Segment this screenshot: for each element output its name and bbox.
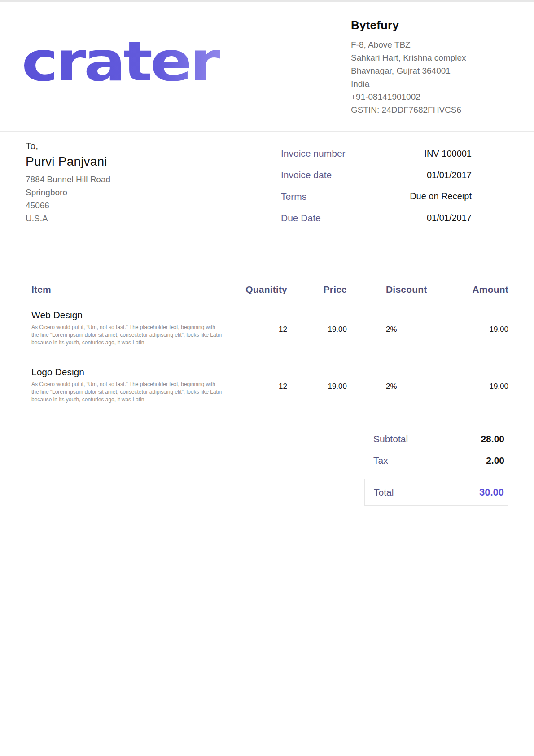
item-price: 19.00 xyxy=(287,325,347,334)
total-label: Total xyxy=(374,487,394,498)
item-price-cell: 19.00 xyxy=(287,295,347,347)
totals-section: Subtotal 28.00 Tax 2.00 Total 30.00 xyxy=(364,434,508,506)
item-quantity: 12 xyxy=(223,325,287,334)
item-title: Web Design xyxy=(31,310,223,321)
items-table: Item Quanitity Price Discount Amount Web… xyxy=(26,284,508,404)
item-amount-cell: 19.00 xyxy=(434,347,508,404)
items-table-header-row: Item Quanitity Price Discount Amount xyxy=(26,284,508,295)
item-description: As Cicero would put it, “Um, not so fast… xyxy=(31,381,223,404)
item-row: Logo Design As Cicero would put it, “Um,… xyxy=(26,347,508,404)
tax-row: Tax 2.00 xyxy=(364,455,508,466)
item-discount-cell: 2% xyxy=(347,295,434,347)
company-name: Bytefury xyxy=(351,18,508,32)
recipient-address-line: Springboro xyxy=(26,186,110,199)
subtotal-row: Subtotal 28.00 xyxy=(364,434,508,444)
item-quantity-cell: 12 xyxy=(223,295,287,347)
subtotal-value: 28.00 xyxy=(481,434,504,444)
company-address-line: India xyxy=(351,77,508,90)
billing-section: To, Purvi Panjvani 7884 Bunnel Hill Road… xyxy=(26,141,508,225)
item-cell: Web Design As Cicero would put it, “Um, … xyxy=(26,295,223,347)
column-header-item: Item xyxy=(26,284,223,295)
column-header-quantity: Quanitity xyxy=(223,284,287,295)
item-cell: Logo Design As Cicero would put it, “Um,… xyxy=(26,347,223,404)
item-title: Logo Design xyxy=(31,367,223,378)
item-discount: 2% xyxy=(386,325,434,334)
item-amount-cell: 19.00 xyxy=(434,295,508,347)
item-discount-cell: 2% xyxy=(347,347,434,404)
due-date-label: Due Date xyxy=(281,213,346,224)
recipient-address-line: 45066 xyxy=(26,199,110,212)
invoice-page: crater Bytefury F-8, Above TBZ Sahkari H… xyxy=(0,0,534,756)
bill-to-block: To, Purvi Panjvani 7884 Bunnel Hill Road… xyxy=(26,141,110,225)
item-quantity: 12 xyxy=(223,382,287,391)
item-discount: 2% xyxy=(386,382,434,391)
recipient-name: Purvi Panjvani xyxy=(26,154,110,169)
due-date-value: 01/01/2017 xyxy=(346,213,472,223)
terms-value: Due on Receipt xyxy=(346,191,472,202)
total-box: Total 30.00 xyxy=(364,479,508,506)
crater-logo: crater xyxy=(22,16,218,131)
company-address-line: Sahkari Hart, Krishna complex xyxy=(351,51,508,64)
item-amount: 19.00 xyxy=(434,382,508,391)
column-header-discount: Discount xyxy=(347,284,434,295)
crater-logo-image: crater xyxy=(22,35,218,88)
invoice-number-value: INV-100001 xyxy=(346,149,472,159)
terms-label: Terms xyxy=(281,191,346,202)
item-description: As Cicero would put it, “Um, not so fast… xyxy=(31,324,223,347)
column-header-price: Price xyxy=(287,284,347,295)
invoice-meta: Invoice number INV-100001 Invoice date 0… xyxy=(281,147,472,225)
subtotal-label: Subtotal xyxy=(373,434,408,444)
tax-value: 2.00 xyxy=(486,455,504,466)
to-label: To, xyxy=(26,141,110,151)
company-gstin: GSTIN: 24DDF7682FHVCS6 xyxy=(351,103,508,116)
total-value: 30.00 xyxy=(479,487,504,498)
recipient-address-line: 7884 Bunnel Hill Road xyxy=(26,173,110,186)
tax-label: Tax xyxy=(373,455,388,466)
company-address-line: F-8, Above TBZ xyxy=(351,38,508,51)
item-price-cell: 19.00 xyxy=(287,347,347,404)
company-info: Bytefury F-8, Above TBZ Sahkari Hart, Kr… xyxy=(351,16,508,131)
item-row: Web Design As Cicero would put it, “Um, … xyxy=(26,295,508,347)
recipient-address-line: U.S.A xyxy=(26,212,110,225)
company-phone: +91-08141901002 xyxy=(351,90,508,103)
crater-logo-text: crater xyxy=(22,30,220,93)
invoice-date-value: 01/01/2017 xyxy=(346,170,472,180)
table-bottom-divider xyxy=(26,416,508,416)
column-header-amount: Amount xyxy=(434,284,508,295)
company-address-line: Bhavnagar, Gujrat 364001 xyxy=(351,64,508,77)
item-quantity-cell: 12 xyxy=(223,347,287,404)
invoice-header: crater Bytefury F-8, Above TBZ Sahkari H… xyxy=(0,2,534,132)
item-price: 19.00 xyxy=(287,382,347,391)
invoice-date-label: Invoice date xyxy=(281,170,346,180)
item-amount: 19.00 xyxy=(434,325,508,334)
invoice-number-label: Invoice number xyxy=(281,148,346,159)
invoice-body: To, Purvi Panjvani 7884 Bunnel Hill Road… xyxy=(0,141,534,506)
